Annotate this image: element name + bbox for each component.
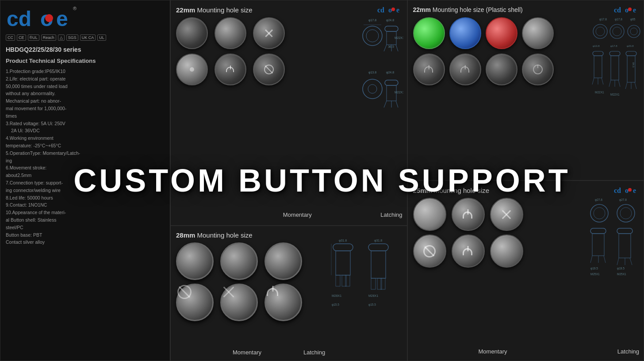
button-silver-power2[interactable] — [449, 54, 481, 85]
svg-point-42 — [628, 25, 640, 38]
button-28mm-flat3[interactable] — [264, 242, 302, 280]
svg-rect-95 — [345, 275, 350, 286]
svg-rect-25 — [385, 80, 398, 85]
svg-text:M25X1: M25X1 — [590, 273, 600, 276]
svg-text:36.5: 36.5 — [388, 45, 394, 48]
right-column: 22mm Mounting hole size (Plastic shell) … — [407, 0, 644, 361]
button-28mm-no[interactable] — [176, 284, 214, 321]
svg-text:φ24.8: φ24.8 — [386, 71, 394, 74]
28mm-momentary-label: Momentary — [233, 348, 261, 356]
button-silver-power3[interactable] — [522, 54, 554, 85]
button-25mm-power[interactable] — [452, 198, 485, 231]
button-22mm-flat[interactable] — [176, 17, 208, 49]
button-22mm-x[interactable] — [253, 17, 285, 49]
25mm-momentary-label: Momentary — [479, 347, 507, 355]
svg-text:φ15.5: φ15.5 — [368, 303, 376, 307]
panel-22mm-plastic-header: 22mm Mounting hole size (Plastic shell) … — [413, 6, 639, 14]
svg-text:φ13.8: φ13.8 — [368, 71, 376, 74]
svg-text:φ17.8: φ17.8 — [368, 19, 376, 22]
button-22mm-no[interactable] — [253, 54, 285, 85]
svg-line-18 — [384, 45, 387, 51]
specs-title: Product Technical Specifications — [6, 58, 165, 64]
svg-rect-99 — [377, 278, 382, 289]
25mm-tech-svg: φ27.8 φ27.8 — [588, 196, 641, 303]
button-28mm-power[interactable] — [264, 284, 302, 321]
svg-text:cd: cd — [614, 6, 621, 14]
svg-rect-98 — [371, 278, 376, 289]
svg-line-58 — [618, 80, 620, 87]
button-green[interactable] — [413, 17, 445, 49]
cert-tri: △ — [58, 35, 65, 41]
svg-text:φ27.8: φ27.8 — [619, 198, 627, 202]
svg-text:84.5: 84.5 — [632, 62, 635, 68]
svg-point-43 — [630, 28, 637, 35]
series-title: HBDGQ22/25/28/30 series — [6, 46, 165, 53]
svg-text:e: e — [396, 6, 399, 14]
svg-rect-91 — [333, 244, 353, 251]
svg-text:M25X1: M25X1 — [617, 273, 626, 276]
button-22mm-ring[interactable] — [215, 17, 246, 49]
svg-rect-77 — [617, 228, 632, 234]
button-28mm-flat2[interactable] — [220, 242, 258, 280]
svg-text:φ15.5: φ15.5 — [332, 303, 339, 307]
svg-rect-75 — [590, 228, 606, 234]
22mm-tech-drawing: φ17.8 φ24.8 36.5 M22X1 φ13.8 φ24.8 — [359, 16, 403, 211]
button-25mm-power2[interactable] — [452, 234, 485, 268]
svg-text:φ17.8: φ17.8 — [615, 18, 622, 21]
svg-text:φ23.8: φ23.8 — [627, 45, 634, 47]
svg-text:®: ® — [73, 6, 77, 11]
svg-rect-97 — [371, 251, 386, 278]
svg-text:M28X1: M28X1 — [332, 294, 341, 297]
svg-text:φ65: φ65 — [630, 18, 636, 21]
svg-text:φ31.8: φ31.8 — [374, 239, 382, 242]
button-22mm-power[interactable] — [215, 54, 246, 85]
button-blue[interactable] — [449, 17, 481, 49]
button-28mm-x[interactable] — [220, 284, 258, 321]
panel-25mm-header: 25mm Mounting hole size cd o e — [413, 186, 639, 194]
cert-ru: ®UL — [28, 35, 39, 41]
svg-point-23 — [363, 79, 382, 99]
svg-text:φ17.8: φ17.8 — [599, 18, 607, 21]
svg-line-61 — [635, 82, 636, 89]
svg-point-11 — [363, 26, 382, 46]
28mm-drawings: φ31.8 φ31.8 38.5 M28X1 M28X1 — [330, 237, 405, 358]
svg-rect-48 — [594, 56, 602, 78]
svg-text:e: e — [633, 187, 636, 194]
svg-point-39 — [596, 27, 605, 36]
svg-rect-76 — [592, 234, 604, 256]
plastic-drawings: φ17.8 φ17.8 φ65 φ13.8 φ17.8 φ23.8 — [590, 16, 641, 124]
button-silver-power1[interactable] — [413, 54, 445, 85]
cert-sgs: SGS — [66, 35, 78, 41]
25mm-latching-label: Latching — [617, 347, 639, 355]
svg-text:φ13.8: φ13.8 — [593, 45, 600, 47]
svg-text:M22X1: M22X1 — [610, 93, 620, 96]
svg-rect-92 — [336, 251, 350, 275]
svg-point-71 — [590, 204, 608, 222]
svg-line-20 — [396, 45, 398, 51]
button-25mm-plain[interactable] — [490, 234, 523, 268]
svg-text:e: e — [633, 6, 636, 14]
svg-text:φ27.8: φ27.8 — [595, 198, 602, 202]
button-red[interactable] — [486, 17, 518, 49]
25mm-drawings: φ27.8 φ27.8 — [588, 196, 641, 304]
svg-rect-52 — [627, 56, 635, 82]
info-panel: cd o e ® CC CE ®UL Reach △ SGS UK CA UL … — [0, 0, 170, 361]
svg-point-38 — [593, 24, 607, 38]
button-25mm-flat[interactable] — [413, 198, 446, 231]
svg-text:o: o — [388, 6, 392, 14]
svg-point-7 — [391, 8, 395, 11]
button-silver-plain2[interactable] — [486, 54, 518, 85]
svg-rect-96 — [368, 244, 388, 251]
button-25mm-x[interactable] — [490, 198, 523, 231]
svg-rect-47 — [593, 51, 603, 56]
button-25mm-no[interactable] — [413, 234, 446, 268]
button-silver-plain[interactable] — [522, 17, 554, 49]
28mm-tech-svg: φ31.8 φ31.8 38.5 M28X1 M28X1 — [330, 237, 405, 357]
button-22mm-dot[interactable] — [176, 54, 208, 85]
svg-text:φ17.8: φ17.8 — [610, 45, 617, 47]
svg-text:M22X1: M22X1 — [395, 91, 403, 94]
svg-text:φ19.5: φ19.5 — [590, 267, 598, 270]
button-28mm-flat[interactable] — [176, 242, 214, 280]
svg-text:o: o — [625, 187, 629, 194]
22mm-drawings: φ17.8 φ24.8 36.5 M22X1 φ13.8 φ24.8 — [359, 16, 403, 212]
